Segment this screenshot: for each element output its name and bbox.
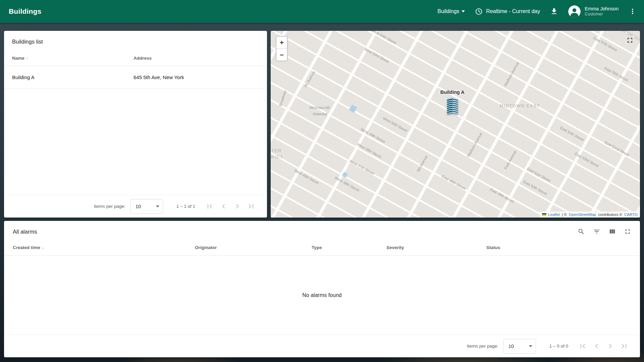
page-size-value: 10 — [136, 204, 141, 209]
alarms-title: All alarms — [13, 229, 37, 235]
next-page-button[interactable] — [606, 342, 615, 351]
map-label: West 46th Street — [334, 176, 360, 192]
fullscreen-icon[interactable] — [624, 228, 631, 235]
map[interactable]: West 54th StreetWest 53rd StreetWest 50t… — [271, 31, 640, 218]
osm-link[interactable]: OpenStreetMap — [569, 213, 596, 217]
table-row[interactable]: Building A645 5th Ave, New York — [4, 66, 267, 89]
search-icon[interactable] — [578, 228, 585, 235]
prev-page-button[interactable] — [592, 342, 601, 351]
map-label: 7th Avenue — [303, 70, 316, 88]
map-fullscreen-button[interactable] — [626, 36, 634, 46]
map-label: East 48th Street — [441, 174, 466, 190]
building-icon — [447, 98, 458, 114]
items-per-page-label: Items per page: — [94, 204, 125, 209]
topbar: Buildings Buildings Realtime - Current d… — [0, 0, 644, 23]
column-header-status[interactable]: Status — [486, 245, 631, 250]
column-header-severity[interactable]: Severity — [386, 245, 486, 250]
attribution-text: contributors © — [597, 213, 623, 217]
download-icon[interactable] — [550, 7, 558, 15]
map-label: 5th Avenue — [416, 155, 428, 173]
table-cell: 645 5th Ave, New York — [133, 74, 259, 80]
first-page-button[interactable] — [205, 202, 214, 211]
column-header-address[interactable]: Address — [133, 56, 259, 61]
marker-label: Building A — [440, 89, 465, 95]
map-label: West 53rd Street — [364, 47, 390, 64]
column-header-created-time[interactable]: Created time↓ — [13, 245, 195, 250]
prev-page-button[interactable] — [219, 202, 228, 211]
buildings-empty-space — [4, 89, 267, 195]
map-label: MIDTOWN EAST — [500, 104, 540, 108]
map-label: East 53rd Street — [574, 152, 599, 168]
items-per-page-label: Items per page: — [467, 344, 498, 349]
map-label: Madison Avenue — [503, 61, 520, 87]
map-label: East 49th Street — [489, 187, 515, 203]
buildings-list-title: Buildings list — [4, 31, 267, 51]
map-zoom-control: + − — [276, 36, 288, 61]
buildings-paginator: Items per page: 10 1 – 1 of 1 — [4, 195, 267, 218]
user-block[interactable]: Emma Johnson Customer — [585, 6, 619, 17]
zoom-out-button[interactable]: − — [276, 49, 287, 61]
map-label: West 49th Street — [360, 127, 386, 144]
map-label: Broadway — [278, 90, 287, 107]
buildings-rows: Building A645 5th Ave, New York — [4, 66, 267, 89]
zoom-in-button[interactable]: + — [276, 37, 287, 49]
sort-arrow-icon: ↓ — [42, 245, 44, 250]
map-label: West 45th Street — [293, 168, 319, 185]
map-label: West 48th Street — [356, 142, 382, 159]
timewindow-button[interactable]: Realtime - Current day — [475, 8, 540, 15]
map-label: East 55th Street — [604, 66, 629, 82]
alarms-paginator: Items per page: 10 1 – 0 of 0 — [4, 335, 640, 357]
map-label: East 54th Street — [559, 125, 585, 142]
last-page-button[interactable] — [247, 202, 256, 211]
alarms-empty-message: No alarms found — [4, 256, 640, 335]
page-range-label: 1 – 0 of 0 — [549, 344, 568, 349]
column-header-originator[interactable]: Originator — [195, 245, 312, 250]
column-header-type[interactable]: Type — [312, 245, 386, 250]
map-label: Waterfall — [313, 112, 327, 116]
alarms-card: All alarms Created time↓OriginatorTypeSe… — [4, 221, 640, 357]
buildings-list-card: Buildings list Name↑Address Building A64… — [4, 31, 267, 218]
user-role: Customer — [585, 12, 619, 17]
chevron-down-icon — [156, 205, 159, 207]
buildings-header-row: Name↑Address — [4, 51, 267, 66]
sort-arrow-icon: ↑ — [26, 56, 29, 61]
map-labels: West 54th StreetWest 53rd StreetWest 50t… — [271, 31, 640, 218]
map-label: East 57th Street — [593, 36, 618, 52]
map-label: Park Avenue — [503, 150, 517, 170]
map-label: West 50th Street — [382, 116, 408, 133]
map-label: West 47th Street — [349, 159, 375, 176]
more-vert-icon[interactable] — [629, 7, 637, 15]
entity-select[interactable]: Buildings — [437, 8, 465, 14]
avatar[interactable] — [568, 5, 581, 18]
map-label: East 50th Street — [523, 180, 548, 196]
page-title: Buildings — [9, 7, 41, 15]
columns-icon[interactable] — [608, 228, 616, 235]
map-label: McGraw-Hill — [310, 106, 330, 110]
carto-link[interactable]: CARTO — [624, 213, 638, 217]
page-size-select[interactable]: 10 — [503, 339, 536, 354]
chevron-down-icon — [462, 10, 465, 12]
clock-icon — [475, 8, 483, 15]
column-header-name[interactable]: Name↑ — [12, 56, 133, 61]
map-label: West 54th Street — [371, 31, 397, 45]
user-name: Emma Johnson — [585, 6, 619, 12]
filter-icon[interactable] — [593, 228, 600, 235]
next-page-button[interactable] — [233, 202, 242, 211]
alarms-header-row: Created time↓OriginatorTypeSeverityStatu… — [4, 240, 640, 256]
building-marker[interactable]: Building A — [440, 89, 465, 115]
table-cell: Building A — [12, 74, 133, 80]
leaflet-link[interactable]: Leaflet — [548, 213, 560, 217]
page-size-value: 10 — [508, 344, 514, 349]
map-label: TER — [271, 148, 282, 153]
map-label: RICT — [271, 155, 283, 160]
attribution-separator: | © — [561, 213, 568, 217]
last-page-button[interactable] — [620, 342, 629, 351]
map-label: East 52nd Street — [604, 140, 630, 157]
map-label: Madison Avenue — [466, 132, 483, 158]
map-attribution: Leaflet | © OpenStreetMap contributors ©… — [540, 212, 640, 218]
chevron-down-icon — [529, 345, 532, 347]
entity-select-label: Buildings — [437, 8, 459, 14]
page-size-select[interactable]: 10 — [130, 199, 163, 214]
timewindow-label: Realtime - Current day — [486, 8, 540, 14]
first-page-button[interactable] — [578, 342, 587, 351]
